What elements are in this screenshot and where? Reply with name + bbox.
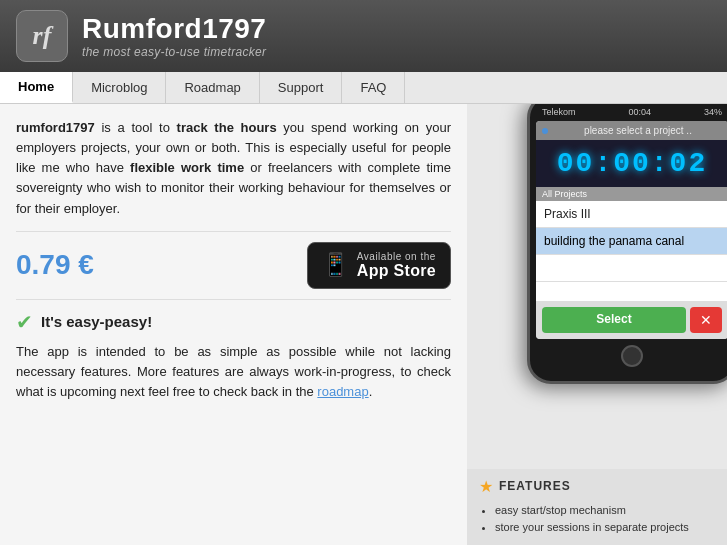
main-nav: Home Microblog Roadmap Support FAQ: [0, 72, 727, 104]
features-header: ★ FEATURES: [479, 477, 715, 496]
phone-time: 00:04: [628, 107, 651, 117]
appstore-text: Available on the App Store: [357, 251, 436, 280]
price-value: 0.79 €: [16, 249, 94, 281]
left-panel: rumford1797 is a tool to track the hours…: [0, 104, 467, 545]
phone-cancel-button[interactable]: ✕: [690, 307, 722, 333]
roadmap-link[interactable]: roadmap: [317, 384, 368, 399]
phone-indicator-dot: [542, 128, 548, 134]
nav-item-support[interactable]: Support: [260, 72, 343, 103]
header: rf Rumford1797 the most easy-to-use time…: [0, 0, 727, 72]
phone-project-row-2[interactable]: building the panama canal: [536, 228, 727, 255]
phone-header-bar: please select a project ..: [536, 121, 727, 140]
phone-home-button[interactable]: [621, 345, 643, 367]
features-list: easy start/stop mechanism store your ses…: [479, 502, 715, 537]
checkmark-icon: ✔: [16, 310, 33, 334]
nav-item-roadmap[interactable]: Roadmap: [166, 72, 259, 103]
phone-screen: please select a project .. 00:00:02 All …: [536, 121, 727, 339]
appstore-badge[interactable]: 📱 Available on the App Store: [307, 242, 451, 289]
battery-label: 34%: [704, 107, 722, 117]
phone-project-label: please select a project ..: [554, 125, 722, 136]
nav-item-microblog[interactable]: Microblog: [73, 72, 166, 103]
phone-status-bar: Telekom 00:04 34%: [536, 107, 727, 121]
app-subtitle: the most easy-to-use timetracker: [82, 45, 266, 59]
phone-select-button[interactable]: Select: [542, 307, 686, 333]
appstore-name-label: App Store: [357, 262, 436, 280]
features-title: FEATURES: [499, 479, 571, 493]
main-content: rumford1797 is a tool to track the hours…: [0, 104, 727, 545]
phone-project-row-1[interactable]: Praxis III: [536, 201, 727, 228]
phone-project-row-3: [536, 255, 727, 282]
easy-peasy-body: The app is intended to be as simple as p…: [16, 342, 451, 402]
nav-item-faq[interactable]: FAQ: [342, 72, 405, 103]
phone-mockup: Telekom 00:04 34% please select a projec…: [527, 104, 727, 384]
features-section: ★ FEATURES easy start/stop mechanism sto…: [467, 469, 727, 545]
feature-item-2: store your sessions in separate projects: [495, 519, 715, 537]
phone-home-bar: [536, 339, 727, 371]
phone-select-row: Select ✕: [536, 301, 727, 339]
star-icon: ★: [479, 477, 493, 496]
feature-item-1: easy start/stop mechanism: [495, 502, 715, 520]
phone-projects-area: Praxis III building the panama canal: [536, 201, 727, 301]
description-paragraph: rumford1797 is a tool to track the hours…: [16, 118, 451, 219]
app-logo: rf: [16, 10, 68, 62]
easy-peasy-header: ✔ It's easy-peasy!: [16, 310, 451, 334]
nav-item-home[interactable]: Home: [0, 72, 73, 103]
phone-icon: 📱: [322, 252, 349, 278]
header-text-block: Rumford1797 the most easy-to-use timetra…: [82, 13, 266, 59]
easy-peasy-title: It's easy-peasy!: [41, 313, 152, 330]
phone-all-projects-label: All Projects: [536, 187, 727, 201]
price-appstore-row: 0.79 € 📱 Available on the App Store: [16, 231, 451, 300]
appstore-available-label: Available on the: [357, 251, 436, 262]
carrier-label: Telekom: [542, 107, 576, 117]
right-panel: Telekom 00:04 34% please select a projec…: [467, 104, 727, 545]
app-title: Rumford1797: [82, 13, 266, 45]
phone-timer: 00:00:02: [536, 140, 727, 187]
